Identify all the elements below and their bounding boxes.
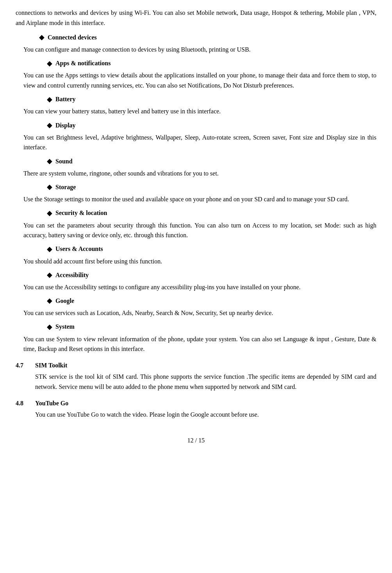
- system-body: You can use System to view relevant info…: [23, 334, 376, 354]
- diamond-icon-sound: ◆: [47, 156, 52, 167]
- sim-toolkit-section: 4.7 SIM Toolkit STK service is the tool …: [16, 360, 376, 392]
- youtube-go-title: YouTube Go: [35, 398, 68, 408]
- sim-toolkit-number: 4.7: [16, 360, 35, 371]
- google-header: ◆ Google: [47, 295, 376, 306]
- diamond-icon-storage: ◆: [47, 181, 52, 193]
- youtube-go-body: You can use YouTube Go to watch the vide…: [35, 410, 376, 420]
- sim-toolkit-body: STK service is the tool kit of SIM card.…: [35, 372, 376, 392]
- security-location-body: You can set the parameters about securit…: [23, 220, 376, 240]
- system-header: ◆ System: [47, 321, 376, 333]
- battery-body: You can view your battery status, batter…: [23, 106, 376, 116]
- diamond-icon-google: ◆: [47, 295, 52, 306]
- youtube-go-section: 4.8 YouTube Go You can use YouTube Go to…: [16, 398, 376, 420]
- security-location-title: Security & location: [55, 208, 107, 218]
- storage-body: Use the Storage settings to monitor the …: [23, 194, 376, 204]
- display-body: You can set Brightness level, Adaptive b…: [23, 133, 376, 152]
- google-body: You can use services such as Location, A…: [23, 308, 376, 318]
- accessibility-header: ◆ Accessibility: [47, 269, 376, 281]
- accessibility-body: You can use the Accessibility settings t…: [23, 282, 376, 292]
- diamond-icon-battery: ◆: [47, 94, 52, 105]
- connected-devices-header: ◆ Connected devices: [39, 32, 376, 43]
- apps-notifications-header: ◆ Apps & notifications: [47, 58, 376, 69]
- battery-header: ◆ Battery: [47, 94, 376, 105]
- battery-title: Battery: [55, 94, 76, 104]
- users-accounts-title: Users & Accounts: [55, 244, 103, 254]
- connected-devices-body: You can configure and manage connection …: [23, 45, 376, 55]
- apps-notifications-title: Apps & notifications: [55, 58, 110, 68]
- sound-header: ◆ Sound: [47, 156, 376, 167]
- diamond-icon-apps-notifications: ◆: [47, 58, 52, 69]
- apps-notifications-body: You can use the Apps settings to view de…: [23, 70, 376, 90]
- google-title: Google: [55, 296, 74, 306]
- youtube-go-number: 4.8: [16, 398, 35, 408]
- system-title: System: [55, 322, 75, 332]
- sim-toolkit-title: SIM Toolkit: [35, 360, 67, 371]
- intro-paragraph: connections to networks and devices by u…: [16, 8, 376, 28]
- storage-header: ◆ Storage: [47, 181, 376, 193]
- sim-toolkit-header: 4.7 SIM Toolkit: [16, 360, 376, 371]
- sound-title: Sound: [55, 156, 73, 167]
- page-number: 12 / 15: [187, 437, 205, 444]
- display-title: Display: [55, 120, 76, 131]
- users-accounts-header: ◆ Users & Accounts: [47, 244, 376, 255]
- diamond-icon-users-accounts: ◆: [47, 244, 52, 255]
- accessibility-title: Accessibility: [55, 270, 89, 280]
- diamond-icon-connected-devices: ◆: [39, 32, 45, 43]
- sound-body: There are system volume, ringtone, other…: [23, 168, 376, 179]
- storage-title: Storage: [55, 182, 76, 192]
- users-accounts-body: You should add account first before usin…: [23, 256, 376, 267]
- diamond-icon-security-location: ◆: [47, 208, 52, 219]
- display-header: ◆ Display: [47, 120, 376, 131]
- security-location-header: ◆ Security & location: [47, 208, 376, 219]
- page-content: connections to networks and devices by u…: [16, 8, 376, 445]
- diamond-icon-accessibility: ◆: [47, 269, 52, 281]
- page-footer: 12 / 15: [16, 435, 376, 446]
- diamond-icon-display: ◆: [47, 120, 52, 131]
- youtube-go-header: 4.8 YouTube Go: [16, 398, 376, 408]
- diamond-icon-system: ◆: [47, 321, 52, 333]
- connected-devices-title: Connected devices: [48, 32, 97, 43]
